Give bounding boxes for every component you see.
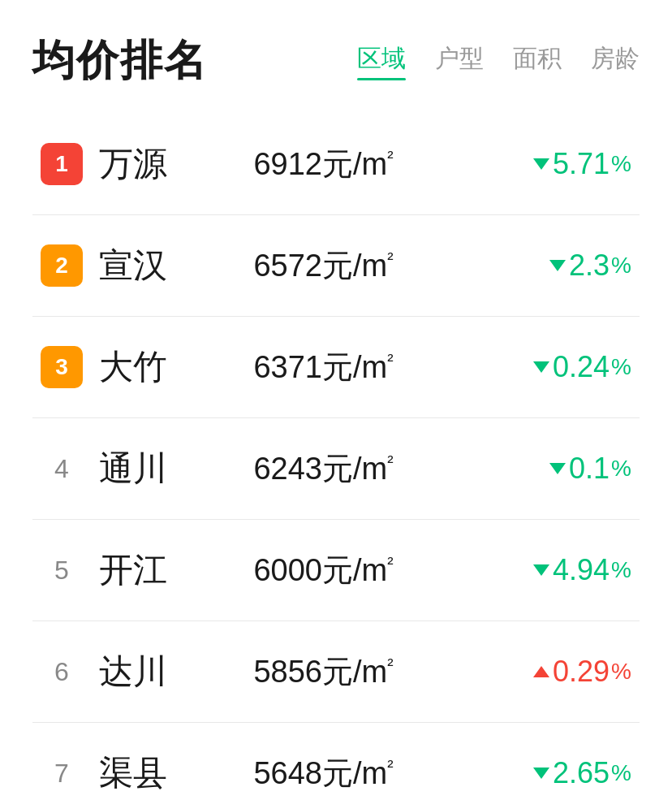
page-title: 均价排名 [32, 32, 208, 89]
price-change: 4.94% [485, 553, 631, 587]
change-value: 5.71 [553, 147, 610, 181]
rank-number: 7 [41, 752, 83, 794]
price-change: 2.3% [485, 249, 631, 283]
percent-sign: % [611, 253, 631, 279]
region-name: 达川 [99, 649, 253, 694]
rank-badge: 1 [41, 143, 83, 185]
up-arrow-icon [533, 666, 549, 677]
rank-number: 4 [41, 448, 83, 490]
list-item[interactable]: 1万源6912元/m²5.71% [32, 114, 640, 215]
page-header: 均价排名 区域户型面积房龄 [32, 32, 640, 89]
down-arrow-icon [549, 463, 566, 474]
percent-sign: % [611, 557, 631, 583]
list-item[interactable]: 2宣汉6572元/m²2.3% [32, 215, 640, 317]
region-name: 开江 [99, 547, 253, 593]
down-arrow-icon [533, 361, 549, 373]
price-change: 2.65% [485, 756, 631, 790]
rank-number: 6 [41, 651, 83, 693]
list-item[interactable]: 7渠县5648元/m²2.65% [32, 723, 640, 800]
percent-sign: % [611, 151, 631, 177]
list-item[interactable]: 3大竹6371元/m²0.24% [32, 317, 640, 418]
price: 6912元/m² [253, 144, 485, 185]
region-name: 万源 [99, 141, 253, 187]
price: 6371元/m² [253, 347, 485, 388]
percent-sign: % [611, 760, 631, 786]
price-change: 5.71% [485, 147, 631, 181]
change-value: 4.94 [553, 553, 610, 587]
price: 6572元/m² [253, 245, 485, 287]
change-value: 2.3 [569, 249, 610, 283]
price: 6000元/m² [253, 550, 485, 591]
tab-bar: 区域户型面积房龄 [357, 42, 640, 80]
price: 5648元/m² [253, 753, 485, 794]
tab-房龄[interactable]: 房龄 [591, 42, 640, 80]
region-name: 大竹 [99, 344, 253, 390]
tab-区域[interactable]: 区域 [357, 42, 406, 80]
ranking-list: 1万源6912元/m²5.71%2宣汉6572元/m²2.3%3大竹6371元/… [32, 114, 640, 800]
percent-sign: % [611, 354, 631, 380]
rank-number: 5 [41, 549, 83, 591]
change-value: 2.65 [553, 756, 610, 790]
price-change: 0.24% [485, 350, 631, 384]
down-arrow-icon [533, 158, 549, 170]
tab-面积[interactable]: 面积 [513, 42, 562, 80]
price: 5856元/m² [253, 651, 485, 693]
region-name: 通川 [99, 446, 253, 491]
percent-sign: % [611, 659, 631, 685]
price-change: 0.1% [485, 452, 631, 486]
region-name: 渠县 [99, 750, 253, 796]
tab-户型[interactable]: 户型 [435, 42, 484, 80]
list-item[interactable]: 5开江6000元/m²4.94% [32, 520, 640, 621]
price: 6243元/m² [253, 448, 485, 490]
price-change: 0.29% [485, 655, 631, 689]
rank-badge: 3 [41, 346, 83, 388]
rank-badge: 2 [41, 244, 83, 287]
change-value: 0.24 [553, 350, 610, 384]
change-value: 0.1 [569, 452, 610, 486]
change-value: 0.29 [553, 655, 610, 689]
down-arrow-icon [533, 768, 549, 779]
down-arrow-icon [549, 260, 566, 271]
region-name: 宣汉 [99, 243, 253, 288]
list-item[interactable]: 6达川5856元/m²0.29% [32, 621, 640, 723]
down-arrow-icon [533, 564, 549, 576]
list-item[interactable]: 4通川6243元/m²0.1% [32, 418, 640, 520]
percent-sign: % [611, 456, 631, 482]
